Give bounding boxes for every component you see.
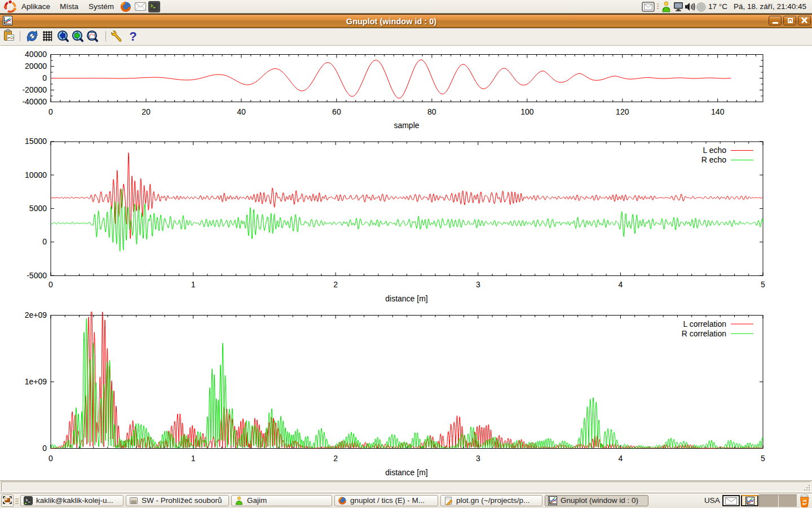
svg-text:20000: 20000: [25, 62, 47, 71]
svg-text:L correlation: L correlation: [683, 319, 726, 329]
svg-text:5: 5: [761, 454, 765, 463]
svg-text:3: 3: [476, 454, 480, 463]
svg-text:120: 120: [616, 107, 629, 116]
svg-text:0: 0: [42, 73, 47, 82]
svg-text:100: 100: [520, 107, 534, 116]
svg-text:sample: sample: [394, 121, 419, 130]
svg-text:?: ?: [129, 29, 136, 43]
svg-text:1e+09: 1e+09: [25, 377, 47, 386]
svg-text:5: 5: [761, 280, 765, 289]
svg-text:L echo: L echo: [703, 146, 726, 155]
svg-text:5000: 5000: [29, 204, 47, 213]
svg-text:distance [m]: distance [m]: [385, 468, 427, 477]
svg-text:0: 0: [42, 237, 47, 246]
svg-text:1: 1: [191, 454, 196, 463]
svg-text:-40000: -40000: [22, 97, 47, 106]
svg-text:40000: 40000: [25, 50, 47, 59]
svg-text:2e+09: 2e+09: [25, 310, 47, 319]
svg-text:R correlation: R correlation: [682, 329, 726, 338]
svg-text:R echo: R echo: [701, 155, 727, 164]
svg-text:0: 0: [48, 280, 53, 289]
svg-text:2: 2: [333, 454, 338, 463]
svg-text:15000: 15000: [25, 137, 47, 146]
svg-text:distance [m]: distance [m]: [385, 294, 427, 303]
svg-text:2: 2: [333, 280, 338, 289]
svg-text:10000: 10000: [25, 170, 47, 179]
svg-text:4: 4: [619, 454, 623, 463]
svg-text:3: 3: [476, 280, 480, 289]
svg-text:80: 80: [427, 107, 436, 116]
svg-text:0: 0: [48, 454, 53, 463]
svg-text:0: 0: [42, 444, 47, 453]
svg-text:20: 20: [142, 107, 151, 116]
svg-text:4: 4: [619, 280, 623, 289]
svg-text:40: 40: [237, 107, 246, 116]
svg-text:0: 0: [48, 107, 53, 116]
svg-text:60: 60: [332, 107, 341, 116]
svg-text:1: 1: [191, 280, 196, 289]
svg-text:-20000: -20000: [22, 85, 47, 94]
svg-text:140: 140: [711, 107, 725, 116]
svg-text:-5000: -5000: [27, 271, 47, 280]
